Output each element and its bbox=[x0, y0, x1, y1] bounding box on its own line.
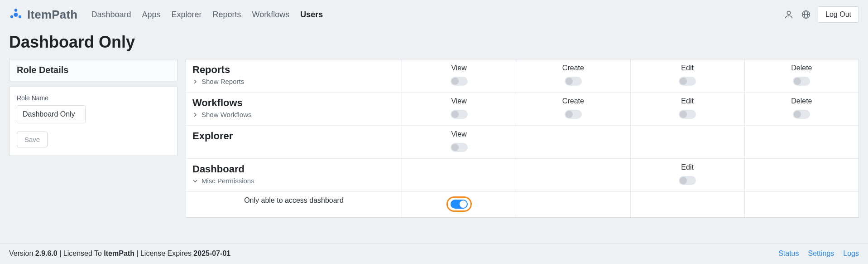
role-name-input[interactable] bbox=[17, 105, 86, 123]
subperm-label: Only able to access dashboard bbox=[192, 196, 395, 205]
expand-reports-label: Show Reports bbox=[201, 78, 244, 85]
svg-point-0 bbox=[14, 9, 17, 11]
globe-icon[interactable] bbox=[801, 9, 811, 20]
footer-version: Version 2.9.6.0 | Licensed To ItemPath |… bbox=[9, 249, 230, 258]
svg-point-4 bbox=[787, 11, 790, 15]
footer-link-settings[interactable]: Settings bbox=[808, 249, 834, 258]
perm-label-delete: Delete bbox=[791, 97, 812, 105]
app-header: ItemPath Dashboard Apps Explorer Reports… bbox=[0, 0, 868, 29]
nav-dashboard[interactable]: Dashboard bbox=[91, 10, 131, 20]
svg-point-2 bbox=[19, 15, 21, 18]
expand-dashboard[interactable]: Misc Permissions bbox=[192, 177, 254, 185]
role-name-label: Role Name bbox=[17, 94, 170, 102]
toggle-workflows-edit[interactable] bbox=[679, 110, 696, 119]
perm-section-workflows: Workflows Show Workflows View Create Edi… bbox=[186, 92, 858, 125]
nav-reports[interactable]: Reports bbox=[213, 10, 241, 20]
toggle-workflows-create[interactable] bbox=[565, 110, 582, 119]
chevron-right-icon bbox=[192, 112, 198, 117]
toggle-explorer-view[interactable] bbox=[451, 143, 468, 152]
perm-label-edit: Edit bbox=[681, 97, 694, 105]
brand: ItemPath bbox=[9, 8, 77, 22]
perm-section-reports: Reports Show Reports View Create Edit bbox=[186, 59, 858, 92]
permissions-table: Reports Show Reports View Create Edit bbox=[186, 59, 859, 218]
footer-links: Status Settings Logs bbox=[778, 249, 859, 258]
toggle-reports-delete[interactable] bbox=[793, 77, 810, 86]
app-footer: Version 2.9.6.0 | Licensed To ItemPath |… bbox=[0, 244, 868, 264]
perm-label-create: Create bbox=[562, 64, 584, 72]
chevron-right-icon bbox=[192, 79, 198, 84]
perm-label-view: View bbox=[451, 64, 466, 72]
user-icon[interactable] bbox=[783, 9, 794, 20]
nav-apps[interactable]: Apps bbox=[142, 10, 160, 20]
nav-explorer[interactable]: Explorer bbox=[172, 10, 202, 20]
expand-reports[interactable]: Show Reports bbox=[192, 78, 244, 85]
svg-point-3 bbox=[14, 13, 18, 17]
footer-link-status[interactable]: Status bbox=[778, 249, 799, 258]
section-title-dashboard: Dashboard bbox=[192, 163, 245, 175]
footer-link-logs[interactable]: Logs bbox=[843, 249, 859, 258]
perm-section-explorer: Explorer View bbox=[186, 125, 858, 158]
role-details-panel: Role Details bbox=[9, 59, 177, 81]
nav-workflows[interactable]: Workflows bbox=[252, 10, 290, 20]
perm-label-view: View bbox=[451, 97, 466, 105]
toggle-reports-edit[interactable] bbox=[679, 77, 696, 86]
perm-label-edit: Edit bbox=[681, 64, 694, 72]
nav-users[interactable]: Users bbox=[300, 10, 323, 20]
expand-workflows[interactable]: Show Workflows bbox=[192, 111, 252, 118]
chevron-down-icon bbox=[192, 178, 198, 184]
toggle-dashboard-edit[interactable] bbox=[679, 176, 696, 185]
role-details-column: Role Details Role Name Save bbox=[9, 59, 177, 218]
perm-section-dashboard: Dashboard Misc Permissions Edit bbox=[186, 158, 858, 191]
page-title: Dashboard Only bbox=[0, 29, 868, 59]
header-right: Log Out bbox=[783, 6, 859, 23]
toggle-workflows-delete[interactable] bbox=[793, 110, 810, 119]
perm-label-edit: Edit bbox=[681, 163, 694, 171]
save-button[interactable]: Save bbox=[17, 132, 48, 147]
expand-dashboard-label: Misc Permissions bbox=[201, 177, 254, 185]
brand-logo-icon bbox=[9, 8, 23, 21]
main-nav: Dashboard Apps Explorer Reports Workflow… bbox=[91, 10, 323, 20]
brand-name: ItemPath bbox=[27, 8, 77, 22]
perm-label-create: Create bbox=[562, 97, 584, 105]
expand-workflows-label: Show Workflows bbox=[201, 111, 252, 118]
toggle-reports-create[interactable] bbox=[565, 77, 582, 86]
highlight-ring bbox=[446, 196, 472, 212]
section-title-workflows: Workflows bbox=[192, 97, 243, 109]
logout-button[interactable]: Log Out bbox=[818, 6, 859, 23]
perm-subrow-dashboard-only: Only able to access dashboard bbox=[186, 191, 858, 217]
main-content: Role Details Role Name Save Reports bbox=[0, 59, 868, 218]
toggle-workflows-view[interactable] bbox=[451, 110, 468, 119]
role-details-header: Role Details bbox=[10, 59, 177, 81]
toggle-dashboard-only-access[interactable] bbox=[451, 200, 468, 209]
role-form-panel: Role Name Save bbox=[9, 87, 177, 156]
section-title-reports: Reports bbox=[192, 64, 230, 76]
perm-label-view: View bbox=[451, 130, 466, 138]
toggle-reports-view[interactable] bbox=[451, 77, 468, 86]
svg-point-1 bbox=[10, 15, 13, 18]
section-title-explorer: Explorer bbox=[192, 130, 233, 142]
perm-label-delete: Delete bbox=[791, 64, 812, 72]
